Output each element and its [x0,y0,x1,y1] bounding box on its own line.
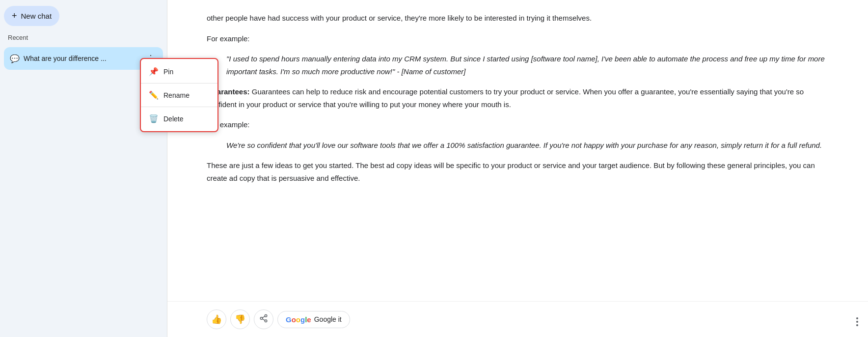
action-bar: 👍 👎 Google Google it [167,301,868,337]
new-chat-label: New chat [21,12,52,20]
quote-2: We're so confident that you'll love our … [226,139,829,152]
chat-item-left: 💬 What are your difference ... [10,54,144,63]
closing-paragraph: These are just a few ideas to get you st… [207,159,829,184]
delete-label: Delete [163,115,183,123]
thumbs-down-button[interactable]: 👎 [230,309,250,329]
google-icon: Google [286,315,311,324]
plus-icon: + [12,11,17,21]
thumbs-up-button[interactable]: 👍 [207,309,226,329]
google-it-button[interactable]: Google Google it [277,311,350,328]
menu-divider-2 [141,107,217,107]
guarantees-paragraph: Guarantees: Guarantees can help to reduc… [207,85,829,111]
context-menu-delete[interactable]: 🗑️ Delete [141,109,217,128]
pin-label: Pin [163,68,173,76]
rename-label: Rename [163,91,190,99]
for-example-1: For example: [207,32,829,45]
quote-1: "I used to spend hours manually entering… [226,53,829,78]
pin-icon: 📌 [149,67,158,76]
sidebar: + New chat Recent 💬 What are your differ… [0,0,167,337]
content-scroll-area[interactable]: other people have had success with your … [167,0,868,301]
thumbs-up-icon: 👍 [211,314,222,325]
svg-line-3 [262,319,265,320]
new-chat-button[interactable]: + New chat [4,6,59,26]
context-menu-pin[interactable]: 📌 Pin [141,62,217,81]
for-example-2: For example: [207,118,829,131]
dot-2 [856,321,858,323]
context-menu-rename[interactable]: ✏️ Rename [141,85,217,105]
thumbs-down-icon: 👎 [235,314,245,325]
svg-line-4 [262,316,265,317]
paragraph-1: other people have had success with your … [207,12,829,25]
dot-1 [856,317,858,319]
chat-bubble-icon: 💬 [10,54,20,63]
context-menu: 📌 Pin ✏️ Rename 🗑️ Delete [140,58,218,132]
menu-divider-1 [141,83,217,84]
share-button[interactable] [254,309,273,329]
rename-icon: ✏️ [149,90,158,100]
recent-label: Recent [4,32,163,43]
share-icon [259,314,268,325]
google-it-label: Google it [314,315,342,323]
delete-icon: 🗑️ [149,114,158,123]
dot-3 [856,324,858,326]
more-options-button[interactable] [854,315,860,328]
main-content-area: other people have had success with your … [167,0,868,337]
chat-item[interactable]: 💬 What are your difference ... ⋮ [4,47,163,70]
guarantees-text: Guarantees can help to reduce risk and e… [207,87,804,109]
chat-item-title: What are your difference ... [24,55,107,62]
